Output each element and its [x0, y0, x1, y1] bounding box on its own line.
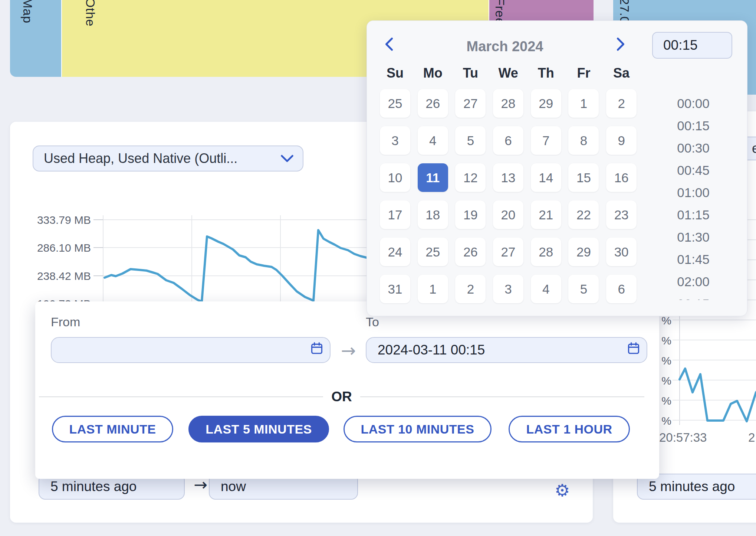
pct-tick-label: %: [661, 375, 671, 387]
pct-tick-label: %: [661, 415, 671, 427]
calendar-date-grid: 25 26 27 28 29 1 2 3 4 5 6 7 8 9 10 11 1…: [380, 89, 637, 303]
day-cell[interactable]: 28: [493, 89, 523, 118]
day-cell[interactable]: 9: [606, 126, 637, 155]
weekday-label: Mo: [418, 65, 448, 81]
pct-tick-label: %: [661, 395, 671, 407]
or-divider: OR: [39, 389, 644, 405]
next-month-button[interactable]: [616, 37, 626, 52]
time-option[interactable]: 02:15: [664, 293, 723, 300]
quick-to-value: now: [210, 479, 246, 494]
calendar-month-title: March 2024: [411, 39, 598, 55]
day-cell[interactable]: 1: [418, 275, 448, 303]
time-option[interactable]: 02:00: [664, 271, 723, 293]
day-cell-selected[interactable]: 11: [418, 163, 448, 192]
to-date-input[interactable]: 2024-03-11 00:15: [366, 337, 647, 363]
day-cell[interactable]: 31: [380, 275, 410, 303]
day-cell[interactable]: 3: [493, 275, 523, 303]
to-date-value: 2024-03-11 00:15: [367, 342, 485, 358]
last-1-hour-button[interactable]: LAST 1 HOUR: [509, 416, 630, 442]
day-cell[interactable]: 27: [455, 89, 486, 118]
divider-line: [39, 396, 323, 397]
y-tick-label: 286.10 MB: [37, 242, 91, 254]
day-cell[interactable]: 6: [606, 275, 637, 303]
day-cell[interactable]: 13: [493, 163, 523, 192]
day-cell[interactable]: 29: [531, 89, 561, 118]
day-cell[interactable]: 28: [531, 238, 561, 266]
time-option[interactable]: 00:45: [664, 159, 723, 182]
memory-usage-line: [105, 230, 373, 301]
day-cell[interactable]: 16: [606, 163, 637, 192]
time-option[interactable]: 00:15: [664, 115, 723, 137]
day-cell[interactable]: 1: [568, 89, 599, 118]
day-cell[interactable]: 19: [455, 200, 486, 229]
to-label: To: [366, 315, 379, 329]
day-cell[interactable]: 21: [531, 200, 561, 229]
quick-from-value: 5 minutes ago: [39, 479, 137, 494]
day-cell[interactable]: 17: [380, 200, 410, 229]
day-cell[interactable]: 25: [380, 89, 410, 118]
day-cell[interactable]: 8: [568, 126, 599, 155]
last-10-minutes-button[interactable]: LAST 10 MINUTES: [344, 416, 492, 442]
day-cell[interactable]: 27: [493, 238, 523, 266]
weekday-label: Tu: [455, 65, 486, 81]
y-tick-label: 333.79 MB: [37, 214, 91, 226]
time-option[interactable]: 00:30: [664, 137, 723, 159]
divider-line: [360, 396, 644, 397]
time-option[interactable]: 01:45: [664, 248, 723, 271]
pct-tick-label: %: [661, 354, 671, 367]
last-minute-button[interactable]: LAST MINUTE: [52, 416, 173, 442]
pct-tick-label: %: [661, 334, 671, 347]
time-option[interactable]: 01:15: [664, 204, 723, 226]
day-cell[interactable]: 20: [493, 200, 523, 229]
day-cell[interactable]: 29: [568, 238, 599, 266]
last-5-minutes-button[interactable]: LAST 5 MINUTES: [188, 416, 329, 442]
calendar-icon[interactable]: [310, 341, 324, 359]
time-option[interactable]: 00:00: [664, 92, 723, 115]
day-cell[interactable]: 6: [493, 126, 523, 155]
datetime-picker-popup: March 2024 00:15 Su Mo Tu We Th Fr Sa 25…: [367, 20, 747, 316]
time-input-value: 00:15: [653, 37, 698, 53]
x-tick-label-partial: 2: [748, 431, 755, 444]
day-cell[interactable]: 24: [380, 238, 410, 266]
treemap-label-other: Othe: [83, 0, 98, 27]
day-cell[interactable]: 2: [606, 89, 637, 118]
day-cell[interactable]: 18: [418, 200, 448, 229]
gear-icon[interactable]: ⚙: [555, 480, 570, 500]
day-cell[interactable]: 7: [531, 126, 561, 155]
weekday-label: Su: [380, 65, 410, 81]
cpu-usage-line: [680, 369, 756, 421]
treemap-label-mapped: Map: [20, 0, 35, 23]
day-cell[interactable]: 3: [380, 126, 410, 155]
time-option-list[interactable]: 00:00 00:15 00:30 00:45 01:00 01:15 01:3…: [664, 92, 723, 300]
time-range-panel: From → To 2024-03-11 00:15: [35, 301, 659, 479]
time-option[interactable]: 01:30: [664, 226, 723, 248]
day-cell[interactable]: 5: [568, 275, 599, 303]
day-cell[interactable]: 25: [418, 238, 448, 266]
day-cell[interactable]: 30: [606, 238, 637, 266]
from-date-input[interactable]: [51, 337, 331, 363]
day-cell[interactable]: 23: [606, 200, 637, 229]
day-cell[interactable]: 2: [455, 275, 486, 303]
calendar-icon[interactable]: [627, 341, 641, 359]
treemap-block-mapped[interactable]: [10, 0, 61, 77]
right-quick-from-value: 5 minutes ago: [638, 479, 735, 494]
time-input[interactable]: 00:15: [652, 32, 732, 59]
day-cell[interactable]: 26: [455, 238, 486, 266]
day-cell[interactable]: 14: [531, 163, 561, 192]
day-cell[interactable]: 5: [455, 126, 486, 155]
day-cell[interactable]: 15: [568, 163, 599, 192]
prev-month-button[interactable]: [385, 37, 394, 52]
y-tick-label: 238.42 MB: [37, 270, 91, 282]
x-tick-label: 20:57:33: [659, 431, 707, 444]
day-cell[interactable]: 4: [418, 126, 448, 155]
day-cell[interactable]: 22: [568, 200, 599, 229]
weekday-label: Sa: [606, 65, 637, 81]
day-cell[interactable]: 26: [418, 89, 448, 118]
or-label: OR: [331, 389, 352, 405]
day-cell[interactable]: 10: [380, 163, 410, 192]
time-option[interactable]: 01:00: [664, 182, 723, 204]
day-cell[interactable]: 4: [531, 275, 561, 303]
day-cell[interactable]: 12: [455, 163, 486, 192]
weekday-header-row: Su Mo Tu We Th Fr Sa: [380, 65, 637, 81]
chevron-left-icon: [385, 37, 394, 51]
